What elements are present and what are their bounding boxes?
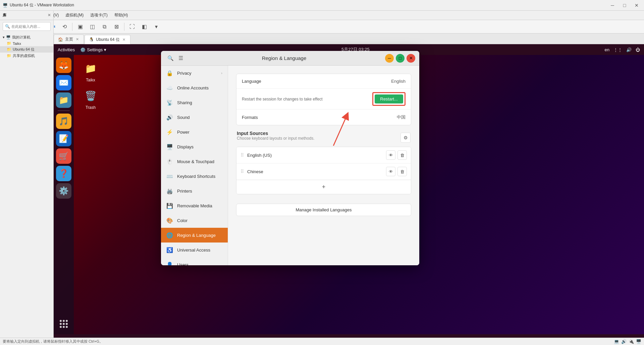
dock-music[interactable]: 🎵 — [56, 114, 71, 129]
settings-maximize-button[interactable]: □ — [396, 54, 405, 63]
menu-help[interactable]: 帮助(H) — [112, 12, 131, 19]
tab-ubuntu[interactable]: 🐧 Ubuntu 64 位 ✕ — [85, 35, 130, 44]
maximize-button[interactable]: □ — [619, 0, 631, 11]
english-us-delete-button[interactable]: 🗑 — [397, 150, 407, 160]
chinese-preview-button[interactable]: 👁 — [386, 167, 395, 176]
activities-button[interactable]: Activities — [58, 47, 75, 52]
dock-files[interactable]: 📁 — [56, 92, 71, 108]
desktop-icon-taikx[interactable]: 📁 Taikx — [77, 58, 104, 85]
tree-item-shared[interactable]: 📁共享的虚拟机 — [0, 53, 53, 59]
library-panel: 库 ✕ 🔍 ▾🖥️我的计算机 📁Taikx 📁Ubuntu 64 位 📁共享的虚… — [0, 11, 54, 345]
library-search-input[interactable] — [11, 24, 48, 28]
vmware-titlebar: 🖥️ Ubuntu 64 位 - VMware Workstation ─ □ … — [0, 0, 644, 11]
statusbar-right: 💻 🔊 🔌 🖥️ — [614, 339, 641, 344]
toolbar-vm-settings[interactable]: ▣ — [75, 22, 85, 31]
sidebar-item-region-language[interactable]: 🌐 Region & Language — [161, 228, 228, 243]
dock-settings[interactable]: ⚙️ — [56, 183, 71, 199]
settings-close-button[interactable]: ✕ — [407, 54, 415, 63]
sidebar-item-displays[interactable]: 🖥️ Displays — [161, 139, 228, 154]
status-icon-4[interactable]: 🖥️ — [636, 339, 641, 344]
vmware-statusbar: 要将输入定向到虚拟机，请将鼠标指针移入其中或按 Ctrl+G。 💻 🔊 🔌 🖥️ — [0, 338, 644, 345]
desktop-icon-trash[interactable]: 🗑️ Trash — [77, 85, 104, 113]
vmware-tabbar: 🏠 主页 ✕ 🐧 Ubuntu 64 位 ✕ — [0, 33, 644, 44]
topbar-network-icon[interactable]: ⋮⋮ — [613, 47, 622, 52]
toolbar-preferences[interactable]: ▾ — [151, 22, 161, 31]
cloud-icon: ☁️ — [166, 85, 173, 91]
topbar-locale-button[interactable]: en — [605, 47, 609, 52]
topbar-power-icon[interactable]: ⏻ — [636, 47, 640, 52]
ubuntu-desktop: Activities ⚙️ Settings ▾ 5月27日 03:25 en … — [54, 44, 644, 334]
dock-appstore[interactable]: 🛒 — [56, 148, 71, 164]
toolbar-snapshot[interactable]: ◫ — [87, 22, 97, 31]
sidebar-item-privacy[interactable]: 🔒 Privacy › — [161, 66, 228, 80]
tree-item-taikx[interactable]: 📁Taikx — [0, 41, 53, 46]
sidebar-item-sharing[interactable]: 📡 Sharing — [161, 95, 228, 110]
status-icon-3[interactable]: 🔌 — [629, 339, 634, 344]
settings-hamburger-button[interactable]: ☰ — [178, 55, 183, 61]
dock-firefox[interactable]: 🦊 — [56, 58, 71, 73]
minimize-button[interactable]: ─ — [606, 0, 619, 11]
input-sources-title: Input Sources — [237, 131, 314, 136]
topbar-volume-icon[interactable]: 🔊 — [626, 47, 632, 52]
status-icon-2[interactable]: 🔊 — [621, 339, 627, 344]
toolbar-fullscreen[interactable]: ⛶ — [127, 22, 137, 31]
sidebar-item-sound[interactable]: 🔊 Sound — [161, 110, 228, 125]
input-sources-gear-button[interactable]: ⚙ — [400, 133, 411, 143]
taikx-label: Taikx — [86, 78, 95, 82]
share-icon: 📡 — [166, 99, 173, 106]
toolbar-delete[interactable]: ⊠ — [111, 22, 121, 31]
settings-content: Language English Restart the session for… — [228, 66, 419, 265]
dock-separator — [58, 111, 70, 111]
chinese-delete-button[interactable]: 🗑 — [397, 167, 407, 176]
sidebar-item-universal-access[interactable]: ♿ Universal Access — [161, 243, 228, 257]
sidebar-item-keyboard[interactable]: ⌨️ Keyboard Shortcuts — [161, 169, 228, 184]
drag-handle-icon[interactable]: ⠿ — [240, 152, 244, 158]
tab-ubuntu-close[interactable]: ✕ — [122, 38, 126, 42]
sidebar-item-online-accounts[interactable]: ☁️ Online Accounts — [161, 80, 228, 95]
formats-value: 中国 — [397, 114, 406, 120]
settings-topbar-button[interactable]: ⚙️ Settings ▾ — [80, 47, 106, 52]
library-search-box[interactable]: 🔍 — [3, 22, 51, 31]
sidebar-item-printers[interactable]: 🖨️ Printers — [161, 184, 228, 198]
sidebar-item-color[interactable]: 🎨 Color — [161, 213, 228, 228]
restart-highlight-box: Restart... — [372, 92, 406, 106]
vmware-title: Ubuntu 64 位 - VMware Workstation — [10, 2, 74, 8]
close-button[interactable]: ✕ — [631, 0, 643, 11]
toolbar-clone[interactable]: ⧉ — [99, 22, 109, 31]
library-title: 库 — [3, 13, 6, 18]
dock-mail[interactable]: ✉️ — [56, 75, 71, 90]
menu-tab[interactable]: 选项卡(T) — [88, 12, 110, 19]
settings-search-button[interactable]: 🔍 — [165, 53, 176, 64]
sidebar-item-users[interactable]: 👤 Users — [161, 257, 228, 265]
add-input-source-row[interactable]: + — [236, 180, 411, 194]
dock-writer[interactable]: 📝 — [56, 131, 71, 146]
restart-button[interactable]: Restart... — [375, 94, 403, 104]
tree-item-mycomputer[interactable]: ▾🖥️我的计算机 — [0, 34, 53, 41]
language-card: Language English Restart the session for… — [236, 74, 411, 125]
drag-handle-chinese-icon[interactable]: ⠿ — [240, 169, 244, 174]
toolbar-revert[interactable]: ⟲ — [59, 22, 69, 31]
dock-help[interactable]: ❓ — [56, 166, 71, 181]
sidebar-item-mouse[interactable]: 🖱️ Mouse & Touchpad — [161, 154, 228, 169]
menu-vm[interactable]: 虚拟机(M) — [63, 12, 86, 19]
manage-languages-button[interactable]: Manage Installed Languages — [236, 204, 411, 216]
library-close-icon[interactable]: ✕ — [48, 13, 51, 17]
sidebar-label-mouse: Mouse & Touchpad — [177, 159, 214, 164]
status-icon-1[interactable]: 💻 — [614, 339, 619, 344]
sidebar-item-power[interactable]: ⚡ Power — [161, 125, 228, 139]
english-us-label: English (US) — [247, 153, 386, 158]
settings-minimize-button[interactable]: ─ — [385, 54, 394, 63]
search-icon: 🔍 — [5, 24, 10, 29]
tab-home-close[interactable]: ✕ — [75, 37, 79, 42]
ubuntu-dock: 🦊 ✉️ 📁 🎵 📝 🛒 ❓ ⚙️ — [54, 55, 74, 334]
tab-home[interactable]: 🏠 主页 ✕ — [54, 34, 84, 44]
tab-ubuntu-label: Ubuntu 64 位 — [96, 37, 120, 43]
english-us-preview-button[interactable]: 👁 — [386, 150, 395, 160]
sidebar-item-removable-media[interactable]: 💾 Removable Media — [161, 198, 228, 213]
sidebar-label-keyboard: Keyboard Shortcuts — [177, 174, 215, 179]
toolbar-unity[interactable]: ◧ — [139, 22, 149, 31]
formats-row: Formats 中国 — [236, 110, 411, 125]
toolbar-separator-3 — [124, 23, 124, 31]
show-applications-button[interactable] — [56, 316, 71, 332]
tree-item-ubuntu[interactable]: 📁Ubuntu 64 位 — [0, 46, 53, 53]
